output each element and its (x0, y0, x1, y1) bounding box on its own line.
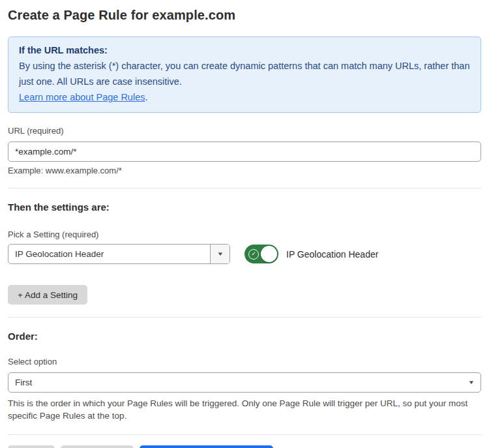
order-select-value: First (15, 378, 32, 387)
order-helper-text: This is the order in which your Page Rul… (8, 397, 473, 422)
section-divider (8, 434, 481, 435)
url-example-text: Example: www.example.com/* (8, 166, 481, 175)
save-and-deploy-button[interactable]: Save and Deploy Page Rule (140, 445, 274, 448)
toggle-knob (261, 246, 277, 262)
setting-select[interactable]: IP Geolocation Header ▼ (8, 244, 230, 264)
add-setting-button[interactable]: + Add a Setting (8, 285, 87, 305)
info-box-heading: If the URL matches: (19, 42, 470, 58)
save-as-draft-button[interactable]: Save as Draft (61, 445, 134, 448)
section-divider (8, 317, 481, 318)
footer-actions: Cancel Save as Draft Save and Deploy Pag… (8, 445, 481, 448)
setting-select-caret-button[interactable]: ▼ (210, 245, 230, 263)
create-page-rule-form: Create a Page Rule for example.com If th… (0, 8, 489, 448)
page-title: Create a Page Rule for example.com (8, 8, 481, 23)
setting-select-value: IP Geolocation Header (8, 249, 110, 259)
caret-down-icon: ▼ (468, 380, 475, 385)
setting-row: IP Geolocation Header ▼ ✓ IP Geolocation… (8, 244, 481, 264)
link-period: . (145, 92, 147, 102)
ip-geolocation-toggle[interactable]: ✓ (244, 245, 278, 263)
toggle-label: IP Geolocation Header (286, 249, 378, 260)
url-match-info-box: If the URL matches: By using the asteris… (8, 37, 481, 113)
pick-setting-label: Pick a Setting (required) (8, 230, 481, 239)
settings-section-heading: Then the settings are: (8, 202, 481, 213)
url-label: URL (required) (8, 126, 481, 136)
info-box-link-line: Learn more about Page Rules. (19, 89, 470, 105)
caret-down-icon: ▼ (216, 252, 224, 257)
order-select[interactable]: First ▼ (8, 372, 481, 393)
section-divider (8, 188, 481, 188)
info-box-body: By using the asterisk (*) character, you… (19, 58, 470, 89)
check-icon: ✓ (248, 249, 259, 260)
learn-more-page-rules-link[interactable]: Learn more about Page Rules (19, 92, 145, 102)
order-section-heading: Order: (8, 331, 481, 342)
url-input[interactable] (8, 142, 481, 162)
select-option-label: Select option (8, 357, 481, 366)
cancel-button[interactable]: Cancel (8, 445, 55, 448)
